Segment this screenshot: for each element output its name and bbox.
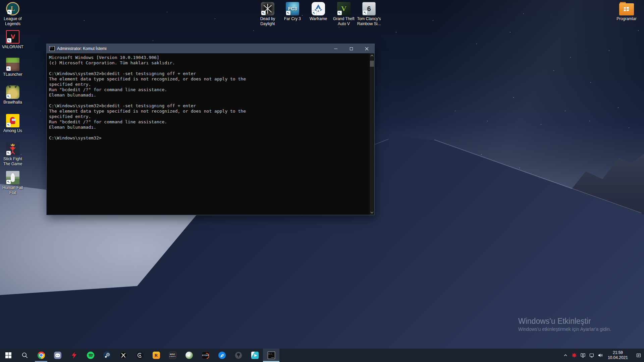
desktop-icon-league-of-legends[interactable]: L League of Legends [0, 2, 25, 26]
taskbar-lightning-app-button[interactable] [66, 349, 82, 362]
taskbar-battle-net-button[interactable] [214, 349, 230, 362]
taskbar-cmd-button[interactable]: C:\_ [263, 349, 279, 362]
taskbar-steam-button[interactable] [99, 349, 115, 362]
desktop-icon-label: Brawlhalla [3, 100, 22, 105]
console-scrollbar[interactable] [370, 53, 374, 215]
close-icon [365, 47, 369, 51]
desktop-icon-label: Programlar [616, 16, 636, 21]
watermark-subtitle: Windows'u etkinleştirmek için Ayarlar'a … [518, 326, 611, 333]
discord-icon [54, 352, 61, 359]
console-area[interactable]: Microsoft Windows [Version 10.0.19043.90… [47, 53, 374, 215]
desktop-icon-programlar[interactable]: Programlar [614, 2, 639, 21]
taskbar-xbox-button[interactable] [115, 349, 131, 362]
console-output: Microsoft Windows [Version 10.0.19043.90… [47, 53, 374, 141]
chrome-icon [38, 352, 45, 359]
desktop-icon-valorant[interactable]: V VALORANT [0, 30, 25, 50]
red-lightning-icon [70, 351, 78, 359]
desktop-icon-label: Stick Fight The Game [3, 157, 22, 167]
desktop-icon-far-cry-3[interactable]: FC3 Far Cry 3 [280, 2, 305, 21]
display-settings-tray-icon[interactable] [580, 353, 586, 358]
chevron-down-icon [370, 212, 374, 214]
epic-games-icon: EPIC GAMES [169, 352, 176, 359]
volume-tray-icon[interactable] [598, 353, 603, 358]
taskbar-rockstar-button[interactable]: R [148, 349, 164, 362]
green-launcher-icon [185, 352, 193, 359]
r6-logo-text: 6 [367, 5, 371, 13]
minimize-button[interactable] [328, 44, 343, 53]
shortcut-arrow-icon [286, 11, 290, 15]
taskbar-epic-games-button[interactable]: EPIC GAMES [164, 349, 181, 362]
dead-by-daylight-icon [261, 2, 274, 15]
gta-v-icon: V [337, 2, 351, 15]
taskbar-ubisoft-button[interactable] [131, 349, 148, 362]
among-us-icon [6, 114, 19, 127]
wallpaper-stars [0, 0, 1, 1]
taskbar-apps: R EPIC GAMES RYZEN C:\_ [0, 349, 279, 362]
tlauncher-icon [6, 58, 19, 71]
taskbar-teal-share-app-button[interactable] [247, 349, 263, 362]
minimize-icon [334, 49, 337, 49]
network-tray-icon[interactable] [589, 353, 594, 358]
desktop-icon-dead-by-daylight[interactable]: Dead by Daylight [255, 2, 280, 26]
desktop-icon-warframe[interactable]: Warframe [306, 2, 331, 21]
search-icon [21, 352, 28, 359]
ubisoft-connect-icon [136, 352, 144, 359]
speaker-icon [598, 353, 603, 358]
shortcut-arrow-icon [337, 11, 342, 15]
scrollbar-thumb[interactable] [370, 61, 374, 67]
taskbar-search-button[interactable] [16, 349, 33, 362]
cmd-titlebar[interactable]: C:\ Administrator: Komut İstemi [47, 44, 374, 53]
command-prompt-icon: C:\_ [268, 352, 275, 359]
window-controls [328, 44, 374, 53]
maximize-icon [350, 47, 353, 50]
windows-logo-icon [5, 352, 12, 359]
monitor-gear-icon [580, 353, 586, 358]
dark-app-glyph [237, 353, 240, 356]
desktop: Windows'u Etkinleştir Windows'u etkinleş… [0, 0, 644, 362]
desktop-icon-brawlhalla[interactable]: Brawlhalla [0, 85, 25, 105]
teal-share-app-icon [251, 352, 259, 359]
taskbar-clock[interactable]: 21:59 10.04.2021 [606, 350, 629, 360]
start-button[interactable] [0, 349, 16, 362]
desktop-icon-stick-fight[interactable]: Stick Fight The Game [0, 142, 25, 167]
desktop-icon-human-fall-flat[interactable]: Human Fall Flat [0, 171, 25, 195]
shortcut-arrow-icon [6, 123, 11, 127]
amd-radeon-tray-icon[interactable] [572, 353, 577, 358]
hidden-icons-button[interactable] [563, 353, 568, 358]
windows-logo-on-folder [624, 7, 629, 11]
battle-net-icon [218, 352, 226, 359]
desktop-icon-label: League of Legends [4, 16, 21, 26]
desktop-icon-rainbow-six[interactable]: 6 Tom Clancy's Rainbow Si... [356, 2, 382, 26]
desktop-icon-tlauncher[interactable]: TLauncher [0, 58, 25, 77]
shortcut-arrow-icon [6, 66, 11, 71]
scroll-up-button[interactable] [370, 53, 374, 58]
shortcut-arrow-icon [6, 151, 11, 155]
taskbar-chrome-button[interactable] [33, 349, 49, 362]
window-title: Administrator: Komut İstemi [57, 46, 328, 51]
shortcut-arrow-icon [363, 10, 367, 15]
system-tray: 21:59 10.04.2021 [563, 349, 641, 362]
taskbar-spotify-button[interactable] [82, 349, 99, 362]
spotify-icon [87, 352, 94, 359]
desktop-icon-among-us[interactable]: Among Us [0, 114, 25, 133]
radeon-star-icon [572, 353, 577, 358]
taskbar-ryzen-button[interactable]: RYZEN [197, 349, 214, 362]
shortcut-arrow-icon [7, 10, 12, 14]
folder-icon [619, 3, 634, 15]
taskbar-green-launcher-button[interactable] [181, 349, 197, 362]
taskbar: R EPIC GAMES RYZEN C:\_ [0, 349, 644, 362]
shortcut-arrow-icon [261, 11, 266, 15]
clock-time: 21:59 [608, 350, 628, 355]
cmd-window: C:\ Administrator: Komut İstemi Microsof… [46, 44, 375, 215]
action-center-button[interactable] [636, 353, 641, 358]
taskbar-dark-app-button[interactable] [230, 349, 247, 362]
shortcut-arrow-icon [6, 94, 11, 99]
scroll-down-button[interactable] [370, 210, 374, 215]
taskbar-discord-button[interactable] [49, 349, 66, 362]
warframe-icon [312, 2, 325, 15]
rainbow-six-icon: 6 [362, 2, 376, 15]
desktop-icon-gta-v[interactable]: V Grand Theft Auto V [331, 2, 357, 26]
close-button[interactable] [359, 44, 374, 53]
steam-icon [103, 352, 111, 359]
maximize-button[interactable] [343, 44, 359, 53]
